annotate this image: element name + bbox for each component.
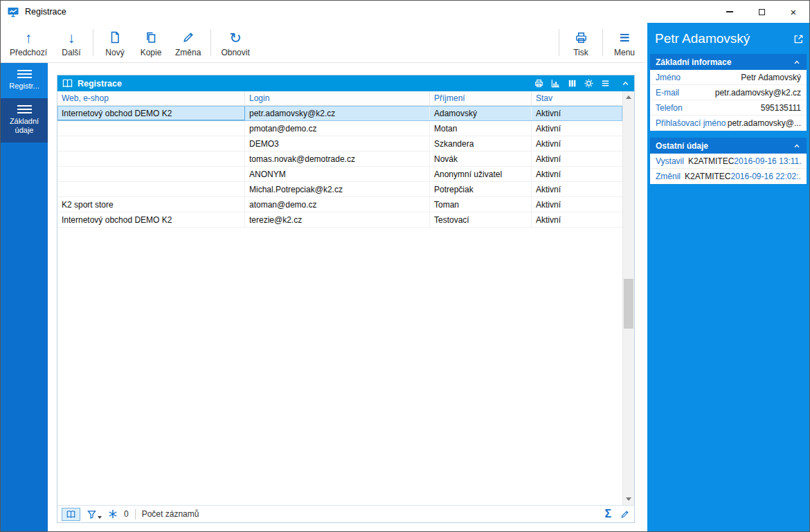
sidebar: Registr... Základní údaje	[1, 63, 48, 531]
button-label: Tisk	[573, 48, 588, 57]
titlebar: Registrace ×	[1, 1, 809, 23]
gear-icon[interactable]	[584, 78, 594, 89]
cell: Potrepčiak	[430, 182, 532, 196]
cell: Adamovský	[430, 106, 532, 120]
cell: pmotan@demo.cz	[245, 121, 430, 136]
cell: Szkandera	[430, 136, 532, 151]
button-label: Menu	[614, 48, 635, 57]
field-label: Přihlašovací jméno	[656, 118, 726, 128]
menu-icon	[17, 70, 32, 78]
previous-button[interactable]: ↑ Předchozí	[3, 23, 53, 62]
cell: Aktivní	[532, 197, 622, 212]
cell: K2 sport store	[57, 197, 245, 212]
field-label: Změnil	[656, 172, 681, 181]
external-link-icon[interactable]	[793, 34, 804, 44]
field-row: JménoPetr Adamovský	[650, 70, 807, 85]
close-button[interactable]: ×	[777, 1, 809, 23]
grid-title: Registrace	[78, 79, 122, 89]
pencil-icon[interactable]	[620, 509, 630, 520]
sidebar-item-zakladni-udaje[interactable]: Základní údaje	[1, 98, 48, 143]
vertical-scrollbar[interactable]	[622, 91, 634, 505]
field-value: 595135111	[761, 103, 801, 113]
field-label: Vystavil	[656, 156, 684, 166]
panel-menu-icon[interactable]	[600, 78, 611, 89]
chart-icon[interactable]	[550, 78, 561, 89]
table-row[interactable]: pmotan@demo.czMotanAktivní	[57, 121, 622, 136]
menu-button[interactable]: ≡ Menu	[606, 23, 642, 62]
cell: ANONYM	[245, 167, 430, 181]
toolbar: ↑ Předchozí ↓ Další Nový Kopie Změna	[1, 23, 645, 63]
app-icon	[7, 6, 19, 17]
snowflake-icon[interactable]	[108, 509, 118, 519]
minimize-icon	[726, 11, 733, 12]
copy-button[interactable]: Kopie	[133, 23, 169, 62]
cell	[57, 136, 245, 151]
table-row[interactable]: Michal.Potrepciak@k2.czPotrepčiakAktivní	[57, 182, 622, 197]
chevron-up-icon[interactable]	[793, 58, 801, 66]
button-label: Další	[62, 48, 80, 57]
scroll-up-button[interactable]	[623, 91, 634, 103]
frozen-count: 0	[124, 509, 129, 519]
sidebar-item-registrace[interactable]: Registr...	[1, 63, 48, 98]
cell: Aktivní	[532, 121, 622, 136]
section-fields: JménoPetr AdamovskýE-mailpetr.adamovsky@…	[650, 70, 807, 131]
cell: tomas.novak@demotrade.cz	[245, 152, 430, 166]
chevron-up-icon[interactable]	[793, 142, 801, 150]
filter-button[interactable]	[87, 509, 102, 520]
minimize-button[interactable]	[714, 1, 746, 23]
copy-icon	[143, 30, 159, 46]
table-row[interactable]: DEMO3SzkanderaAktivní	[57, 136, 622, 152]
field-row: E-mailpetr.adamovsky@k2.cz	[650, 85, 807, 100]
menu-icon	[17, 105, 32, 113]
button-label: Kopie	[141, 48, 162, 57]
table-row[interactable]: Internetový obchod DEMO K2petr.adamovsky…	[57, 106, 622, 121]
table-row[interactable]: K2 sport storeatoman@demo.czTomanAktivní	[57, 197, 622, 212]
record-count-label[interactable]: Počet záznamů	[142, 509, 199, 519]
section-basic-info: Základní informace JménoPetr AdamovskýE-…	[650, 54, 807, 131]
toolbar-separator	[602, 29, 603, 56]
triangle-down-icon	[626, 497, 631, 501]
sum-icon[interactable]: Σ	[604, 508, 611, 520]
grid-titlebar-icons	[534, 78, 630, 89]
field-row: Telefon595135111	[650, 100, 807, 116]
new-document-icon	[107, 30, 123, 46]
print-button[interactable]: Tisk	[563, 23, 599, 62]
grid-statusbar: 0 Počet záznamů Σ	[57, 505, 634, 522]
refresh-button[interactable]: ↻ Obnovit	[215, 23, 255, 62]
toolbar-separator	[93, 29, 93, 56]
collapse-chevron-up-icon[interactable]	[621, 79, 630, 88]
sidebar-item-label: Registr...	[9, 82, 39, 91]
column-header-login[interactable]: Login	[245, 91, 430, 105]
scrollbar-thumb[interactable]	[624, 279, 633, 329]
scroll-down-button[interactable]	[623, 493, 634, 505]
section-header[interactable]: Ostatní údaje	[650, 138, 807, 154]
next-button[interactable]: ↓ Další	[53, 23, 89, 62]
field-extra: 2016-09-16 22:02:...	[730, 172, 801, 181]
grid-rows: Internetový obchod DEMO K2petr.adamovsky…	[57, 106, 622, 505]
edit-button[interactable]: Změna	[169, 23, 207, 62]
column-header-stav[interactable]: Stav	[532, 91, 622, 105]
button-label: Nový	[105, 48, 124, 57]
cell	[57, 152, 245, 166]
column-header-prijmeni[interactable]: Příjmení	[430, 91, 532, 105]
book-icon	[62, 78, 73, 89]
grid-panel: Registrace	[57, 75, 635, 523]
table-row[interactable]: Internetový obchod DEMO K2terezie@k2.czT…	[57, 212, 622, 228]
table-row[interactable]: ANONYMAnonymní uživatelAktivní	[57, 167, 622, 182]
sidebar-item-label: Základní údaje	[3, 117, 46, 135]
printer-icon[interactable]	[534, 78, 544, 89]
scrollbar-track[interactable]	[623, 103, 634, 493]
section-other-info: Ostatní údaje VystavilK2ATMITEC2016-09-1…	[650, 138, 807, 184]
section-header[interactable]: Základní informace	[650, 54, 807, 70]
grid-column-headers: Web, e-shop Login Příjmení Stav	[57, 91, 622, 106]
table-row[interactable]: tomas.novak@demotrade.czNovákAktivní	[57, 152, 622, 167]
field-label: E-mail	[656, 88, 679, 98]
new-button[interactable]: Nový	[97, 23, 133, 62]
columns-icon[interactable]	[567, 78, 577, 89]
cell: Aktivní	[532, 152, 622, 166]
cell	[57, 121, 245, 136]
maximize-button[interactable]	[746, 1, 777, 23]
book-view-button[interactable]	[62, 508, 80, 521]
column-header-web[interactable]: Web, e-shop	[57, 91, 245, 105]
field-value: Petr Adamovský	[741, 73, 801, 82]
